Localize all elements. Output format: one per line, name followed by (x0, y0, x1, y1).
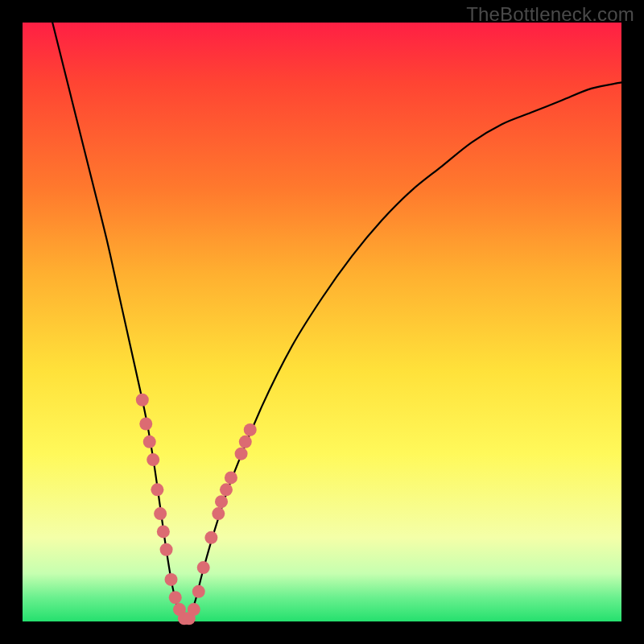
curve-marker (136, 394, 149, 407)
curve-marker (212, 507, 225, 520)
curve-marker (225, 471, 237, 484)
curve-marker (215, 495, 228, 508)
curve-marker (188, 603, 200, 616)
curve-marker (192, 585, 205, 598)
curve-marker (169, 591, 182, 604)
curve-path (52, 23, 621, 621)
curve-marker (197, 561, 210, 574)
curve-marker (220, 483, 233, 496)
curve-marker (154, 507, 167, 520)
curve-marker (165, 573, 178, 586)
curve-marker (235, 448, 248, 460)
bottleneck-curve (23, 23, 621, 621)
curve-marker (160, 543, 173, 556)
chart-frame: TheBottleneck.com (0, 0, 644, 644)
curve-marker (143, 436, 156, 448)
curve-marker (151, 483, 163, 496)
curve-marker (244, 423, 257, 436)
curve-marker (204, 531, 217, 544)
plot-area (23, 23, 621, 621)
marker-group (136, 394, 257, 625)
curve-marker (139, 417, 152, 430)
curve-marker (157, 525, 170, 538)
curve-marker (147, 453, 159, 466)
watermark-text: TheBottleneck.com (466, 3, 634, 26)
curve-marker (239, 436, 252, 448)
